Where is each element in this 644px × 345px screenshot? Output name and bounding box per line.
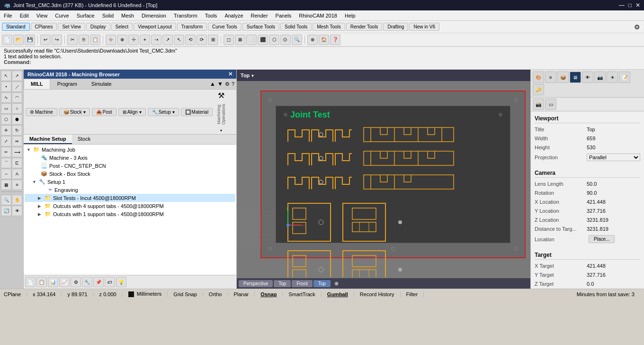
dim-tool[interactable]: ↔ [1, 169, 11, 179]
bt-icon9[interactable]: 💡 [116, 277, 126, 287]
camera-place-btn[interactable]: Place... [589, 235, 615, 243]
tree-machining-job[interactable]: ▼ 📁 Machining Job [25, 145, 235, 154]
bt-icon6[interactable]: 🔧 [82, 277, 92, 287]
extend-tool[interactable]: ⟶ [12, 147, 22, 157]
offset-tool[interactable]: ⊏ [12, 158, 22, 168]
sb-grid-snap[interactable]: Grid Snap [168, 291, 203, 297]
tb-surface-tools[interactable]: Surface Tools [242, 23, 279, 31]
curve-tool[interactable]: ∿ [1, 92, 11, 103]
arc-tool[interactable]: ◠ [12, 92, 22, 103]
tb-standard[interactable]: Standard [2, 23, 30, 31]
ri-display-icon[interactable]: 👁 [582, 72, 593, 83]
material-btn[interactable]: 🔲 Material [181, 108, 213, 116]
machine-btn[interactable]: ⚙ Machine [26, 108, 57, 116]
expand-out4[interactable]: ▶ [38, 204, 43, 209]
point-tool[interactable]: • [1, 82, 11, 92]
tb-i11[interactable]: ◻ [224, 35, 234, 45]
menu-dimension[interactable]: Dimension [138, 12, 170, 19]
tb-mesh-tools[interactable]: Mesh Tools [313, 23, 345, 31]
tb-new-v6[interactable]: New in V6 [409, 23, 439, 31]
tb-setview[interactable]: Set View [58, 23, 85, 31]
post-btn[interactable]: 📤 Post [92, 108, 116, 116]
ri-layer-icon[interactable]: ≡ [545, 72, 556, 83]
mirror-tool[interactable]: ⇔ [12, 136, 22, 146]
menu-rhinocam[interactable]: RhinoCAM 2018 [295, 12, 341, 19]
close-btn[interactable]: ✕ [635, 2, 640, 9]
tb-i5[interactable]: ⇢ [151, 35, 161, 45]
tb-cut-icon[interactable]: ✂ [67, 35, 78, 45]
vp-tab-front[interactable]: Front [292, 280, 312, 287]
viewport-dropdown-icon[interactable]: ▾ [251, 73, 254, 78]
viewport[interactable]: Top ▾ Joint Test [237, 70, 530, 289]
tb-i14[interactable]: ⬛ [258, 35, 268, 45]
select-tool[interactable]: ↖ [1, 71, 11, 81]
menu-mesh[interactable]: Mesh [117, 12, 138, 19]
expand-setup1[interactable]: ▼ [32, 180, 37, 184]
menu-edit[interactable]: Edit [16, 12, 33, 19]
browser-help-icon[interactable]: ? [232, 81, 234, 87]
bt-icon4[interactable]: 📈 [59, 277, 70, 287]
circle-tool[interactable]: ○ [12, 103, 22, 114]
minimize-btn[interactable]: — [619, 2, 625, 9]
menu-tools[interactable]: Tools [201, 12, 221, 19]
tb-i16[interactable]: ⛒ [280, 35, 291, 45]
scale-tool[interactable]: ⤢ [1, 136, 11, 146]
browser-tab-simulate[interactable]: Simulate [84, 79, 119, 89]
tb-viewport-layout[interactable]: Viewport Layout [134, 23, 176, 31]
bt-icon7[interactable]: 📌 [93, 277, 104, 287]
ri-material-icon[interactable]: 🎨 [533, 72, 544, 83]
tb-i13[interactable]: ⬜ [246, 35, 257, 45]
bt-icon5[interactable]: ⚙ [71, 277, 81, 287]
machining-ops-btn[interactable]: ⚒ MachiningOperations ▾ [216, 91, 226, 133]
tree-stock[interactable]: ▶ 📦 Stock - Box Stock [25, 170, 235, 178]
menu-view[interactable]: View [33, 12, 52, 19]
pan-tool[interactable]: ✋ [12, 195, 22, 205]
tb-i8[interactable]: ⟲ [185, 35, 196, 45]
tb-new-icon[interactable]: 📄 [2, 35, 12, 45]
tb-save-icon[interactable]: 💾 [25, 35, 35, 45]
tb-i15[interactable]: ⬡ [269, 35, 279, 45]
tb-i4[interactable]: ⌖ [140, 35, 150, 45]
menu-transform[interactable]: Transform [170, 12, 201, 19]
tb-i10[interactable]: ⊞ [208, 35, 218, 45]
tb-i19[interactable]: 🏠 [319, 35, 329, 45]
rect-tool[interactable]: ▭ [1, 103, 11, 114]
move-tool[interactable]: ✛ [1, 125, 11, 136]
tb-transform[interactable]: Transform [177, 23, 207, 31]
zoom-tool[interactable]: 🔍 [1, 195, 11, 205]
setup-btn[interactable]: 🔧 Setup ▾ [148, 108, 179, 116]
tb-i17[interactable]: 🔍 [292, 35, 302, 45]
tree-engraving[interactable]: ▶ ✒ Engraving [25, 186, 235, 194]
surf-tool[interactable]: ⬡ [1, 114, 11, 125]
tb-curve-tools[interactable]: Curve Tools [208, 23, 242, 31]
ri-photo-icon[interactable]: 📸 [533, 99, 544, 110]
vp-tab-top[interactable]: Top [274, 280, 291, 287]
tree-slot-tests[interactable]: ▶ 📁 Slot Tests - Incut 4500@18000RPM [25, 194, 235, 202]
vp-tab-top2[interactable]: Top [313, 280, 331, 287]
bt-icon2[interactable]: 📋 [36, 277, 47, 287]
tb-i3[interactable]: ☩ [128, 35, 139, 45]
ms-tab-machine-setup[interactable]: Machine Setup [24, 135, 72, 144]
tb-redo-icon[interactable]: ↪ [52, 35, 62, 45]
tb-i9[interactable]: ⟳ [197, 35, 207, 45]
solid-tool[interactable]: ⬢ [12, 114, 22, 125]
stock-btn[interactable]: 📦 Stock ▾ [59, 108, 90, 116]
menu-solid[interactable]: Solid [98, 12, 117, 19]
browser-tab-mill[interactable]: MILL [24, 79, 50, 89]
hatch-tool[interactable]: ▦ [1, 180, 11, 190]
ri-object-icon[interactable]: 📦 [557, 72, 569, 83]
tree-outcuts4[interactable]: ▶ 📁 Outcuts with 4 support tabs - 4500@1… [25, 202, 235, 210]
browser-close-icon[interactable]: ✕ [228, 71, 233, 77]
vp-add-tab[interactable]: ⊕ [331, 280, 341, 288]
tree-post[interactable]: ▶ 📃 Post - CNC_STEP_BCN [25, 162, 235, 170]
menu-panels[interactable]: Panels [272, 12, 295, 19]
tb-i7[interactable]: ↖ [174, 35, 184, 45]
tb-copy-icon[interactable]: ⎘ [79, 35, 89, 45]
ri-sun-icon[interactable]: ☀ [607, 72, 618, 83]
sb-ortho[interactable]: Ortho [203, 291, 228, 297]
tb-paste-icon[interactable]: 📋 [90, 35, 100, 45]
title-bar-controls[interactable]: — □ ✕ [619, 2, 640, 9]
tb-render-tools[interactable]: Render Tools [346, 23, 383, 31]
command-input[interactable] [33, 59, 640, 65]
ri-key-icon[interactable]: 🔑 [533, 84, 544, 95]
